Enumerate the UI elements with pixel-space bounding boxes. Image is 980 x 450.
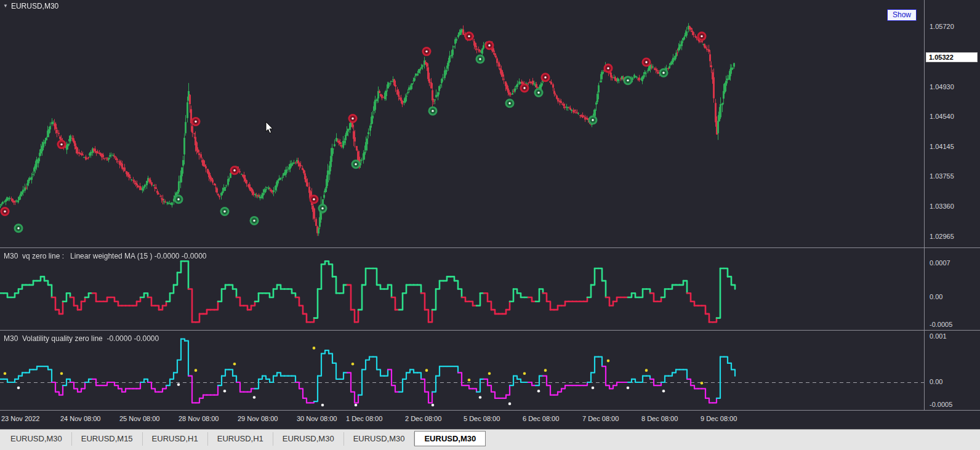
price-axis-label: 1.03755 xyxy=(930,172,954,180)
indicator2-panel[interactable]: M30 Volatility quality zero line -0.0000… xyxy=(0,331,925,411)
price-axis-label: 1.04930 xyxy=(930,83,954,90)
time-axis-divider xyxy=(0,410,980,411)
chart-tab[interactable]: EURUSD,M15 xyxy=(72,432,143,446)
price-axis-label: 1.05720 xyxy=(930,23,954,30)
symbol-label: ▼ EURUSD,M30 xyxy=(3,2,58,10)
price-axis[interactable]: 1.05322 1.057201.049301.045401.041451.03… xyxy=(925,0,980,411)
chart-tab[interactable]: EURUSD,H1 xyxy=(208,432,273,446)
indicator-axis-label: 0.001 xyxy=(930,332,947,340)
price-axis-label: 1.03360 xyxy=(930,203,954,210)
time-axis-label: 29 Nov 08:00 xyxy=(238,415,278,422)
chart-tab[interactable]: EURUSD,M30 xyxy=(273,432,344,446)
indicator1-canvas[interactable] xyxy=(0,248,925,331)
time-axis-label: 8 Dec 08:00 xyxy=(641,415,678,422)
time-axis-label: 1 Dec 08:00 xyxy=(346,415,382,422)
time-axis-label: 7 Dec 08:00 xyxy=(582,415,619,422)
time-axis-label: 6 Dec 08:00 xyxy=(523,415,559,422)
time-axis-label: 25 Nov 08:00 xyxy=(119,415,159,422)
show-button[interactable]: Show xyxy=(887,9,917,21)
time-axis-label: 23 Nov 2022 xyxy=(1,415,39,422)
time-axis-label: 28 Nov 08:00 xyxy=(179,415,219,422)
time-axis-label: 9 Dec 08:00 xyxy=(701,415,737,422)
price-axis-label: 1.04540 xyxy=(930,113,954,120)
indicator1-label: M30 vq zero line : Linear weighted MA (1… xyxy=(4,252,207,260)
chevron-down-icon: ▼ xyxy=(3,4,8,9)
indicator-axis-label: 0.00 xyxy=(930,293,942,300)
symbol-label-text: EURUSD,M30 xyxy=(11,2,58,10)
chart-tab[interactable]: EURUSD,H1 xyxy=(143,432,208,446)
current-price-box: 1.05322 xyxy=(926,52,978,62)
indicator-axis-label: 0.0007 xyxy=(930,259,950,267)
page-root: ▼ EURUSD,M30 Show M30 vq zero line : Lin… xyxy=(0,0,980,450)
time-axis-label: 24 Nov 08:00 xyxy=(60,415,100,422)
chart-tab-bar: EURUSD,M30EURUSD,M15EURUSD,H1EURUSD,H1EU… xyxy=(0,429,980,450)
chart-tab[interactable]: EURUSD,M30 xyxy=(344,432,415,446)
time-axis[interactable]: 23 Nov 202224 Nov 08:0025 Nov 08:0028 No… xyxy=(0,411,980,429)
chart-tab-active[interactable]: EURUSD,M30 xyxy=(414,431,486,446)
time-axis-label: 5 Dec 08:00 xyxy=(464,415,500,422)
panel-divider-1[interactable] xyxy=(0,247,980,248)
price-axis-divider xyxy=(924,0,925,411)
price-axis-label: 1.04145 xyxy=(930,143,954,150)
main-chart-panel[interactable]: ▼ EURUSD,M30 Show xyxy=(0,0,925,248)
indicator-axis-label: -0.0005 xyxy=(930,401,952,408)
indicator-axis-label: -0.0005 xyxy=(930,321,952,328)
indicator1-panel[interactable]: M30 vq zero line : Linear weighted MA (1… xyxy=(0,248,925,331)
main-chart-canvas[interactable] xyxy=(0,0,925,248)
panel-divider-2[interactable] xyxy=(0,330,980,331)
time-axis-label: 30 Nov 08:00 xyxy=(297,415,337,422)
indicator2-label: M30 Volatility quality zero line -0.0000… xyxy=(4,334,159,343)
chart-tab[interactable]: EURUSD,M30 xyxy=(1,432,72,446)
time-axis-label: 2 Dec 08:00 xyxy=(405,415,441,422)
indicator-axis-label: 0.00 xyxy=(930,378,942,385)
price-axis-label: 1.02965 xyxy=(930,233,954,240)
